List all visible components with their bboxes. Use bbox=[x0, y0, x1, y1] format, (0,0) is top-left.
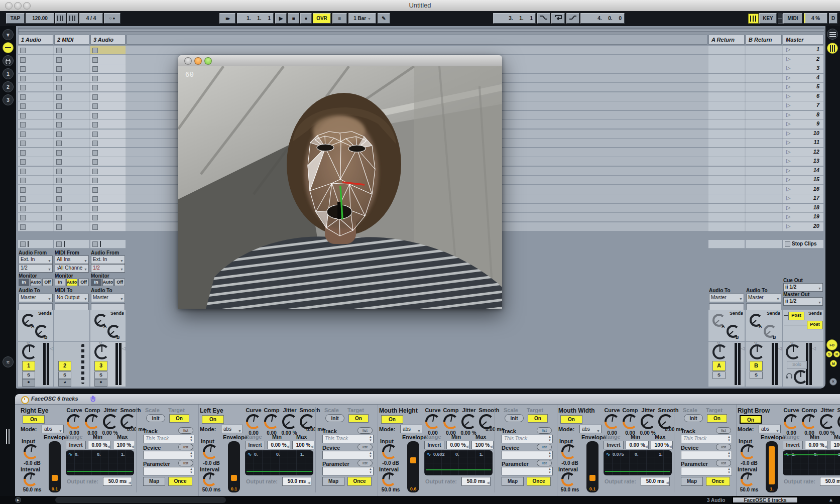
parameter-list-button[interactable]: list bbox=[716, 460, 731, 466]
invert-button[interactable]: Invert bbox=[66, 441, 86, 449]
map-button[interactable]: Map bbox=[681, 477, 703, 486]
jitter-knob[interactable] bbox=[820, 414, 835, 429]
invert-button[interactable]: Invert bbox=[424, 441, 444, 449]
min-value-box[interactable]: 0.00 % bbox=[446, 441, 469, 449]
back-to-arrangement-button[interactable]: ≡ bbox=[332, 13, 347, 24]
device-select[interactable]: ▲▼ bbox=[143, 451, 194, 459]
draw-mode-button[interactable]: ✎ bbox=[378, 13, 390, 24]
faceosc-title-bar[interactable] bbox=[178, 55, 502, 67]
file-browser-1-icon[interactable]: 1 bbox=[3, 68, 14, 79]
interval-knob[interactable] bbox=[382, 472, 396, 486]
stop-button[interactable]: ■ bbox=[288, 13, 299, 24]
max-value-box[interactable]: 100 % bbox=[113, 441, 135, 449]
volume-meter[interactable] bbox=[772, 343, 778, 385]
scale-preset-button[interactable]: init bbox=[505, 414, 524, 422]
invert-button[interactable]: Invert bbox=[604, 441, 624, 449]
comp-knob[interactable] bbox=[264, 414, 279, 429]
comp-knob[interactable] bbox=[802, 414, 817, 429]
interval-knob[interactable] bbox=[24, 472, 38, 486]
mode-select[interactable]: abs bbox=[221, 425, 243, 433]
overview-strip[interactable] bbox=[18, 28, 824, 34]
jitter-knob[interactable] bbox=[641, 414, 656, 429]
nudge-down-button[interactable] bbox=[55, 13, 66, 24]
module-on-button[interactable]: On bbox=[560, 415, 582, 424]
track-select[interactable]: This Track▲▼ bbox=[143, 435, 194, 443]
send-b-prepost-toggle[interactable]: Post bbox=[807, 321, 823, 329]
overdub-button[interactable]: OVR bbox=[313, 13, 331, 24]
input-knob[interactable] bbox=[203, 444, 218, 459]
solo-button[interactable]: S bbox=[712, 371, 726, 379]
input-type-select[interactable]: All Ins bbox=[55, 256, 89, 264]
comp-knob[interactable] bbox=[443, 414, 458, 429]
monitor-auto-button[interactable]: Auto bbox=[30, 279, 42, 286]
tempo-field[interactable]: 120.00 bbox=[26, 13, 54, 24]
module-on-button[interactable]: On bbox=[202, 415, 224, 424]
pan-knob[interactable] bbox=[786, 344, 801, 359]
output-rate-box[interactable]: 50.0 ms bbox=[461, 477, 491, 486]
show-sends-toggle[interactable]: S bbox=[826, 351, 832, 357]
input-channel-select[interactable]: 1/2 bbox=[19, 264, 53, 273]
max-value-box[interactable]: 100 % bbox=[651, 441, 673, 449]
comp-knob[interactable] bbox=[85, 414, 100, 429]
target-on-button[interactable]: On bbox=[528, 414, 548, 423]
output-rate-box[interactable]: 50.0 ms bbox=[641, 477, 670, 486]
curve-knob[interactable] bbox=[246, 414, 261, 429]
groove-pool-icon[interactable]: ≈ bbox=[3, 356, 14, 367]
follow-button[interactable]: ▸▸ bbox=[219, 13, 235, 24]
parameter-list-button[interactable]: list bbox=[178, 460, 193, 466]
interval-knob[interactable] bbox=[203, 472, 217, 486]
map-button[interactable]: Map bbox=[322, 477, 344, 486]
volume-meter[interactable] bbox=[735, 343, 741, 385]
scale-preset-button[interactable]: init bbox=[684, 414, 703, 422]
time-signature-field[interactable]: 4 / 4 bbox=[79, 13, 103, 24]
zoom-icon[interactable] bbox=[204, 57, 212, 65]
parameter-select[interactable]: ▲▼ bbox=[322, 467, 374, 475]
device-chain-tab[interactable]: FaceOSC 6 tracks bbox=[732, 496, 798, 503]
max-value-box[interactable]: 100 % bbox=[471, 441, 494, 449]
return-activator[interactable]: B bbox=[750, 361, 763, 371]
curve-knob[interactable] bbox=[425, 414, 440, 429]
track-list-button[interactable]: list bbox=[537, 427, 552, 434]
parameter-list-button[interactable]: list bbox=[357, 460, 373, 466]
map-button[interactable]: Map bbox=[143, 477, 165, 486]
file-browser-2-icon[interactable]: 2 bbox=[3, 81, 14, 92]
max-value-box[interactable]: 100 % bbox=[830, 441, 840, 449]
monitor-in-button[interactable]: In bbox=[55, 279, 65, 286]
master-out-select[interactable]: ii 1/2 bbox=[783, 297, 823, 306]
curve-knob[interactable] bbox=[67, 414, 82, 429]
status-play-icon[interactable]: ▶ bbox=[15, 497, 21, 503]
track-select[interactable]: This Track▲▼ bbox=[681, 435, 732, 443]
send-a-prepost-toggle[interactable]: Post bbox=[788, 312, 804, 320]
input-channel-select[interactable]: 1/2 bbox=[91, 264, 125, 273]
device-handle[interactable] bbox=[9, 429, 10, 444]
module-on-button[interactable]: On bbox=[23, 415, 45, 424]
target-on-button[interactable]: On bbox=[707, 414, 727, 423]
output-rate-box[interactable]: 50.0 ms bbox=[103, 477, 132, 486]
once-button[interactable]: Once bbox=[347, 477, 372, 486]
min-value-box[interactable]: 0.00 % bbox=[805, 441, 828, 449]
jitter-knob[interactable] bbox=[461, 414, 476, 429]
monitor-in-button[interactable]: In bbox=[91, 279, 101, 286]
arm-button[interactable]: ◕ bbox=[58, 379, 71, 387]
device-title-bar[interactable]: FaceOSC 6 tracks bbox=[15, 394, 840, 405]
parameter-list-button[interactable]: list bbox=[537, 460, 552, 466]
nudge-up-button[interactable] bbox=[67, 13, 78, 24]
track-select[interactable]: This Track▲▼ bbox=[322, 435, 374, 443]
metronome-toggle[interactable]: ○ ● bbox=[104, 13, 121, 24]
return-activator[interactable]: A bbox=[712, 361, 726, 371]
loop-length-field[interactable]: 4. 0. 0 bbox=[580, 13, 625, 24]
track-select[interactable]: This Track▲▼ bbox=[502, 435, 553, 443]
curve-knob[interactable] bbox=[784, 414, 799, 429]
device-handle[interactable] bbox=[6, 429, 7, 444]
device-activator-icon[interactable] bbox=[21, 396, 29, 404]
pan-knob[interactable] bbox=[712, 344, 728, 359]
once-button[interactable]: Once bbox=[168, 477, 192, 486]
device-list-button[interactable]: list bbox=[716, 444, 731, 450]
midi-map-button[interactable]: MIDI bbox=[783, 13, 802, 24]
min-value-box[interactable]: 0.00 % bbox=[88, 441, 111, 449]
solo-button[interactable]: S bbox=[750, 371, 763, 379]
monitor-in-button[interactable]: In bbox=[19, 279, 29, 286]
record-button[interactable]: ● bbox=[300, 13, 312, 24]
volume-meter[interactable] bbox=[43, 343, 49, 385]
arrangement-view-icon[interactable] bbox=[827, 29, 838, 40]
